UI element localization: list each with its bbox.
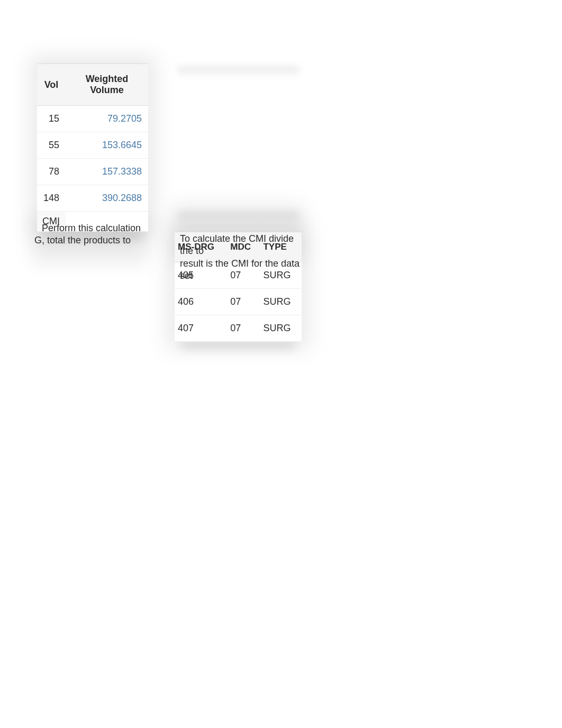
cell-weighted: 79.2705 bbox=[66, 106, 148, 132]
text-line: result is the CMI for the data set bbox=[180, 258, 307, 283]
cell-type: SURG bbox=[260, 315, 302, 342]
table-row: 15 79.2705 bbox=[37, 106, 148, 132]
left-table-card: Vol Weighted Volume 15 79.2705 55 153.66… bbox=[37, 63, 148, 232]
cell-msdrg: 406 bbox=[175, 289, 227, 315]
volume-table: Vol Weighted Volume 15 79.2705 55 153.66… bbox=[37, 63, 148, 232]
right-instruction-text: To calculate the CMI divide the to resul… bbox=[180, 233, 307, 283]
cell-msdrg: 407 bbox=[175, 315, 227, 342]
cell-mdc: 07 bbox=[227, 289, 260, 315]
table-row: 407 07 SURG bbox=[175, 315, 302, 342]
cell-vol: 55 bbox=[37, 132, 66, 159]
text-line: Perform this calculation bbox=[34, 222, 148, 234]
table-row: 55 153.6645 bbox=[37, 132, 148, 159]
cell-weighted-total: 390.2688 bbox=[66, 185, 148, 212]
cell-weighted: 153.6645 bbox=[66, 132, 148, 159]
cell-weighted: 157.3338 bbox=[66, 159, 148, 185]
cell-vol: 15 bbox=[37, 106, 66, 132]
left-instruction-text: Perform this calculation G, total the pr… bbox=[34, 222, 148, 247]
cell-vol: 78 bbox=[37, 159, 66, 185]
text-line: G, total the products to bbox=[34, 234, 148, 247]
blur-header-right bbox=[177, 66, 299, 76]
table-row: 406 07 SURG bbox=[175, 289, 302, 315]
table-header-row: Vol Weighted Volume bbox=[37, 64, 148, 106]
table-total-row: 148 390.2688 bbox=[37, 185, 148, 212]
cell-type: SURG bbox=[260, 289, 302, 315]
cell-mdc: 07 bbox=[227, 315, 260, 342]
col-vol: Vol bbox=[37, 64, 66, 106]
blur-header-right2 bbox=[177, 212, 299, 222]
text-line: To calculate the CMI divide the to bbox=[180, 233, 307, 258]
cell-vol-total: 148 bbox=[37, 185, 66, 212]
table-row: 78 157.3338 bbox=[37, 159, 148, 185]
col-weighted-volume: Weighted Volume bbox=[66, 64, 148, 106]
